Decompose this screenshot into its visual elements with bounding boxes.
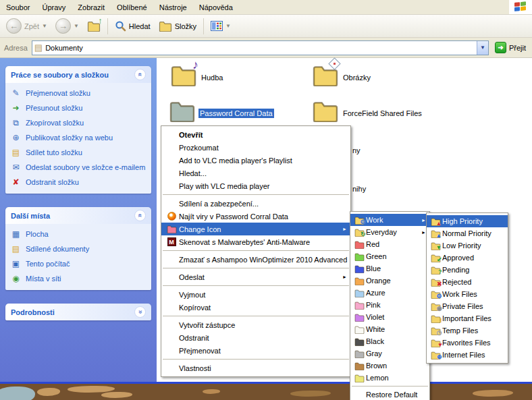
menu-item[interactable]: Add to VLC media player's Playlist xyxy=(161,154,350,167)
sidebar-task-link[interactable]: ◉Místa v síti xyxy=(11,275,146,283)
menu-item[interactable]: ?Pending xyxy=(427,264,508,276)
menu-item[interactable]: Kopírovat xyxy=(161,301,350,314)
file-item[interactable]: Password Corral Data xyxy=(169,99,274,122)
menu-item[interactable]: MSkenovat s Malwarebytes' Anti-Malware xyxy=(161,235,350,248)
menubar-item[interactable]: Soubor xyxy=(0,1,36,13)
menu-item[interactable]: Odeslat► xyxy=(161,270,350,283)
back-button[interactable]: ← Zpět ▼ xyxy=(3,16,51,36)
back-icon: ← xyxy=(6,18,22,34)
menu-item[interactable]: Prozkoumat xyxy=(161,141,350,154)
menu-item[interactable]: Change Icon► xyxy=(161,223,350,235)
file-item[interactable]: Obrázky xyxy=(312,63,372,86)
menu-item[interactable]: ◉Private Files xyxy=(427,300,508,312)
sidebar-panel-header[interactable]: Podrobnosti« xyxy=(5,304,151,320)
menu-item[interactable]: White xyxy=(350,323,429,335)
menu-item[interactable]: ▼Low Priority xyxy=(427,239,508,252)
menubar-item[interactable]: Úpravy xyxy=(36,1,72,13)
menu-item[interactable]: Vyjmout xyxy=(161,288,350,301)
file-item[interactable]: ♪Hudba xyxy=(170,63,224,86)
menu-item[interactable]: ✔Approved xyxy=(427,252,508,264)
sidebar-task-link[interactable]: ⊕Publikovat složky na webu xyxy=(11,134,146,142)
file-label[interactable]: Hudba xyxy=(200,73,224,82)
menu-item[interactable]: Restore Default xyxy=(350,389,429,400)
chevron-up-icon[interactable]: « xyxy=(134,210,146,221)
menu-item[interactable]: Brown xyxy=(350,360,429,372)
chevron-down-icon[interactable]: « xyxy=(134,306,146,318)
file-item[interactable]: ForceField Shared Files xyxy=(312,99,423,122)
menu-item-label: Low Priority xyxy=(442,241,504,250)
menu-item[interactable]: ⊕Internet Files xyxy=(427,349,508,361)
windows-flag-icon xyxy=(514,1,527,13)
menu-item[interactable]: Odstranit xyxy=(161,331,350,344)
back-dropdown-icon[interactable]: ▼ xyxy=(42,23,47,29)
sidebar-task-link[interactable]: ✘Odstranit složku xyxy=(11,178,146,187)
menu-item[interactable]: Hledat... xyxy=(161,167,350,179)
menu-item[interactable]: ◷Temp Files xyxy=(427,324,508,337)
menu-item[interactable]: Violet xyxy=(350,311,429,323)
sidebar-task-label: Místa v síti xyxy=(26,275,61,283)
sidebar-task-link[interactable]: ▦Plocha xyxy=(11,230,146,239)
file-label[interactable]: Obrázky xyxy=(342,73,372,82)
sidebar-task-link[interactable]: ✎Přejmenovat složku xyxy=(11,89,146,98)
menu-item[interactable]: Vytvořit zástupce xyxy=(161,318,350,331)
menu-item[interactable]: Azure xyxy=(350,287,429,299)
file-label[interactable]: ForceField Shared Files xyxy=(342,109,423,118)
menu-item[interactable]: Red xyxy=(350,238,429,250)
sidebar-task-link[interactable]: ▤Sdílet tuto složku xyxy=(11,148,146,157)
menu-item[interactable]: ▲High Priority xyxy=(427,215,508,227)
menubar-item[interactable]: Nástroje xyxy=(153,1,193,13)
occluded-file-label-fragment[interactable]: ny xyxy=(352,146,361,154)
menubar-item[interactable]: Zobrazit xyxy=(72,1,111,13)
up-button[interactable]: ↑ xyxy=(84,16,104,36)
menu-item[interactable]: Přejmenovat xyxy=(161,344,350,357)
menu-separator xyxy=(163,359,349,360)
sidebar-task-link[interactable]: ⧉Zkopírovat složku xyxy=(11,119,146,127)
menu-item[interactable]: Otevřít xyxy=(161,128,350,141)
menu-item[interactable]: Sdílení a zabezpečení... xyxy=(161,197,350,210)
publish-web-icon: ⊕ xyxy=(11,134,21,142)
menu-item[interactable]: Pink xyxy=(350,299,429,311)
sidebar-panel-header[interactable]: Práce se soubory a složkou« xyxy=(5,66,151,83)
menu-item[interactable]: ⚙Work► xyxy=(350,214,429,226)
menu-item[interactable]: Play with VLC media player xyxy=(161,179,350,192)
menubar-item[interactable]: Oblíbené xyxy=(111,1,153,13)
sidebar-panel-title: Podrobnosti xyxy=(11,308,55,316)
address-dropdown-button[interactable]: ▼ xyxy=(477,41,488,55)
sidebar-task-link[interactable]: ➜Přesunout složku xyxy=(11,104,146,113)
menu-item-label: Work xyxy=(366,216,419,224)
chevron-up-icon[interactable]: « xyxy=(134,69,146,80)
menu-item[interactable]: Gray xyxy=(350,347,429,360)
menu-item[interactable]: !Important Files xyxy=(427,312,508,324)
address-bar: Adresa ▤ Dokumenty ▼ ➜ Přejit xyxy=(0,38,532,58)
file-label[interactable]: Password Corral Data xyxy=(198,109,274,118)
menu-item[interactable]: Najít viry v Password Corral Data xyxy=(161,210,350,223)
menu-item[interactable]: ✖Rejected xyxy=(427,276,508,288)
sidebar-task-link[interactable]: ▤Sdílené dokumenty xyxy=(11,245,146,254)
views-dropdown-icon[interactable]: ▼ xyxy=(225,23,231,29)
menu-item[interactable]: ↻Everyday► xyxy=(350,226,429,238)
menu-item[interactable]: ♥Favorites Files xyxy=(427,337,508,349)
menubar-item[interactable]: Nápověda xyxy=(193,1,239,13)
menu-item[interactable]: Lemon xyxy=(350,372,429,384)
sidebar-task-link[interactable]: ▣Tento počítač xyxy=(11,260,146,268)
menu-item[interactable]: ⚙Work Files xyxy=(427,288,508,300)
folders-button[interactable]: Složky xyxy=(155,16,200,36)
occluded-file-label-fragment[interactable]: nihy xyxy=(352,185,366,193)
address-combobox[interactable]: ▤ Dokumenty ▼ xyxy=(32,40,489,55)
forward-dropdown-icon[interactable]: ▼ xyxy=(74,23,79,29)
menu-item[interactable]: Green xyxy=(350,250,429,262)
search-button[interactable]: Hledat xyxy=(111,16,154,36)
sidebar-task-link[interactable]: ✉Odeslat soubory ve složce e-mailem xyxy=(11,163,146,172)
menu-item[interactable]: Vlastnosti xyxy=(161,362,350,374)
menu-item[interactable]: ▲Normal Priority xyxy=(427,227,508,239)
menu-item[interactable]: Orange xyxy=(350,275,429,287)
menu-item[interactable]: Black xyxy=(350,335,429,347)
go-button[interactable]: ➜ Přejit xyxy=(493,42,528,53)
views-button[interactable]: ▼ xyxy=(207,16,234,36)
sidebar-panel-header[interactable]: Další místa« xyxy=(5,207,151,224)
forward-button[interactable]: → ▼ xyxy=(52,16,82,36)
menu-item[interactable]: Blue xyxy=(350,262,429,275)
menu-item-label: Rejected xyxy=(442,278,504,286)
menu-item[interactable]: Zmazať s Ashampoo WinOptimizer 2010 Adva… xyxy=(161,253,350,266)
menu-item-label: Otevřít xyxy=(179,131,347,139)
